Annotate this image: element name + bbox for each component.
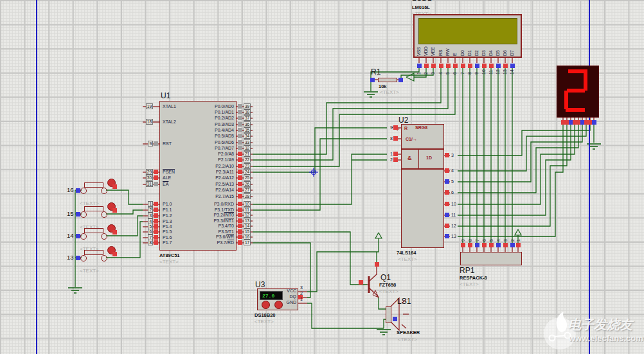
pin-name: GND — [286, 300, 296, 305]
pin-state-indicator — [482, 64, 487, 68]
wire-layer — [0, 0, 644, 354]
pin-state-indicator — [238, 208, 242, 212]
pin-state-indicator — [393, 125, 398, 130]
pin-state-indicator — [370, 78, 375, 82]
pin-state-indicator — [359, 280, 363, 285]
pin-state-indicator — [154, 213, 158, 218]
ls1-text: <TEXT> — [398, 337, 417, 342]
pin-state-indicator — [503, 64, 508, 68]
u2-ref: U2 — [398, 116, 408, 124]
pin-number: 10 — [451, 202, 456, 207]
pin-state-indicator — [238, 164, 242, 168]
pin-number: 17 — [244, 240, 251, 245]
pin-state-indicator — [496, 243, 501, 247]
pin-name: VEE — [431, 47, 436, 56]
push-button-cap[interactable] — [84, 228, 103, 233]
u1-ref: U1 — [161, 92, 170, 100]
pin-number: 21 — [244, 151, 251, 157]
temp-up-button[interactable] — [262, 301, 270, 309]
pin-number: 6 — [482, 239, 487, 242]
pin-number: 12 — [496, 69, 501, 75]
pin-name: P3.5/T1 — [161, 229, 234, 235]
u3-ref: U3 — [255, 281, 265, 288]
pin-number: 2 — [148, 207, 153, 213]
u2-block-label: SRG8 — [415, 125, 427, 130]
push-button-terminal — [80, 211, 87, 218]
pin-name: D1 — [467, 50, 472, 56]
button-pin-number: 16 — [67, 187, 74, 193]
pin-number: 1 — [300, 297, 303, 302]
pin-number: 3 — [451, 153, 454, 158]
pin-number: 13 — [503, 69, 508, 75]
pin-state-indicator — [445, 202, 449, 206]
pin-state-indicator — [445, 234, 449, 238]
pin-state-indicator — [592, 120, 596, 125]
pin-number: 7 — [460, 72, 465, 75]
r1-body[interactable] — [378, 78, 397, 82]
button-pin-number: 13 — [67, 254, 74, 261]
wire — [379, 297, 386, 309]
pin-name: P2.7/A15 — [161, 194, 234, 199]
seven-seg-segment — [564, 91, 568, 109]
pin-state-indicator — [510, 64, 515, 68]
pin-state-indicator — [489, 64, 494, 68]
button-pin-number: 14 — [67, 233, 74, 239]
pin-name: D2 — [474, 50, 479, 56]
pin-number: 1 — [516, 239, 521, 242]
rp1-body[interactable] — [460, 252, 522, 265]
pin-state-indicator — [475, 243, 479, 247]
speaker-body[interactable] — [386, 306, 391, 323]
temp-down-button[interactable] — [274, 301, 283, 309]
pin-name: P0.4/AD4 — [161, 128, 234, 133]
u2-text: <TEXT> — [398, 256, 417, 262]
pin-state-indicator — [238, 235, 242, 239]
pin-state-indicator — [238, 152, 242, 156]
push-button-cap[interactable] — [84, 182, 103, 188]
pin-state-indicator — [482, 243, 487, 247]
pin-number: 14 — [244, 223, 251, 229]
pin-state-indicator — [154, 235, 158, 240]
pin-number: 6 — [148, 229, 153, 235]
push-button-cap[interactable] — [84, 250, 103, 255]
rp1-value: RESPACK-8 — [460, 275, 487, 281]
pin-state-indicator — [453, 64, 458, 68]
pin-number: 7 — [475, 239, 480, 242]
pin-state-indicator — [445, 224, 449, 228]
wire — [458, 123, 578, 193]
pin-name: P2.4/A12 — [161, 175, 234, 181]
pin-name: RW — [445, 48, 451, 56]
seven-seg-segment — [566, 108, 585, 112]
pin-number: 23 — [244, 163, 251, 169]
pin-name: D5 — [496, 50, 501, 56]
pin-state-indicator — [238, 194, 242, 199]
pin-name: P3.1/TXD — [161, 208, 234, 213]
u2-stage-stack — [401, 169, 444, 248]
ls1-value: SPEAKER — [397, 330, 420, 335]
pin-name: P0.5/AD5 — [161, 134, 234, 139]
pin-state-indicator — [445, 168, 449, 173]
pin-state-indicator — [496, 64, 501, 68]
pin-number: 13 — [451, 234, 456, 239]
pin-number: 24 — [244, 169, 251, 175]
pin-state-indicator — [417, 64, 422, 68]
pin-name: P2.0/A8 — [161, 152, 234, 157]
pin-state-indicator — [238, 116, 242, 120]
pin-number: 35 — [244, 127, 251, 133]
pin-state-indicator — [431, 64, 436, 68]
pin-state-indicator — [238, 104, 242, 109]
pin-state-indicator — [461, 243, 465, 247]
pin-state-indicator — [439, 64, 443, 68]
pin-name: D4 — [488, 50, 494, 56]
pin-state-indicator — [468, 243, 472, 247]
pin-name: VCC — [287, 288, 296, 294]
pin-number: 1 — [390, 152, 393, 157]
pin-number: 6 — [451, 190, 454, 195]
pin-number: 3 — [431, 72, 436, 75]
u2-and-label: & — [407, 155, 412, 161]
pin-state-indicator — [446, 64, 451, 68]
push-button-terminal — [80, 233, 87, 240]
r1-value: 10k — [379, 84, 387, 89]
pin-name: P0.7/AD7 — [161, 146, 234, 151]
push-button-cap[interactable] — [84, 206, 103, 211]
pin-number: 32 — [244, 145, 251, 151]
